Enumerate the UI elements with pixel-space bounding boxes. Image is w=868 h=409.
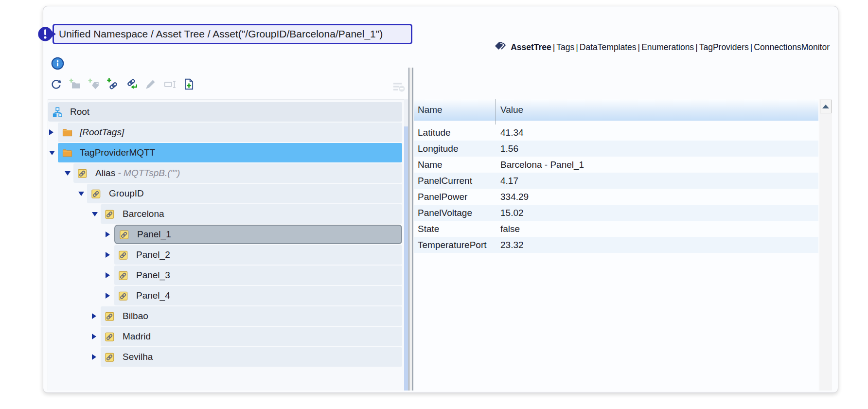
expand-arrow-icon[interactable] bbox=[92, 334, 96, 339]
up-arrow-icon bbox=[822, 105, 829, 108]
new-document-icon bbox=[182, 78, 195, 90]
add-folder-button[interactable] bbox=[68, 77, 82, 91]
column-header-value[interactable]: Value bbox=[496, 105, 523, 115]
tree-node[interactable]: TagProviderMQTT bbox=[58, 143, 402, 162]
tree-node[interactable]: Panel_1 bbox=[114, 225, 402, 244]
insert-link-button[interactable] bbox=[125, 77, 139, 91]
property-name: Name bbox=[414, 160, 496, 170]
asset-tree: Root[RootTags]TagProviderMQTTAlias - MQT… bbox=[48, 99, 404, 391]
table-row-panelpower[interactable]: PanelPower334.29 bbox=[414, 189, 818, 205]
add-tag-button[interactable] bbox=[87, 77, 101, 91]
collapse-arrow-icon[interactable] bbox=[78, 192, 84, 196]
tree-node-label: Bilbao bbox=[123, 311, 148, 321]
add-link-button[interactable] bbox=[106, 77, 120, 91]
tab-connectionsmonitor[interactable]: ConnectionsMonitor bbox=[754, 42, 830, 53]
tree-node[interactable]: Root bbox=[48, 102, 402, 122]
expand-arrow-icon[interactable] bbox=[92, 313, 96, 319]
link-icon bbox=[119, 229, 130, 240]
tree-node[interactable]: Panel_4 bbox=[114, 286, 402, 305]
tree-node-label: Root bbox=[70, 107, 89, 117]
folder-icon bbox=[62, 147, 73, 159]
rename-button[interactable] bbox=[163, 77, 177, 91]
new-document-button[interactable] bbox=[182, 77, 195, 91]
tree-node-label: Sevilha bbox=[123, 352, 153, 362]
tree-node[interactable]: Barcelona bbox=[101, 204, 402, 224]
nav-separator: | bbox=[551, 42, 557, 53]
link-icon bbox=[118, 249, 129, 261]
tree-node[interactable]: Panel_3 bbox=[114, 266, 402, 285]
filter-icon bbox=[391, 79, 406, 94]
tree-node[interactable]: Panel_2 bbox=[114, 245, 402, 265]
link-icon bbox=[118, 270, 129, 281]
expand-arrow-icon[interactable] bbox=[49, 129, 53, 135]
tab-datatemplates[interactable]: DataTemplates bbox=[580, 42, 637, 53]
table-row-name[interactable]: NameBarcelona - Panel_1 bbox=[414, 157, 818, 173]
tab-assettree[interactable]: AssetTree bbox=[511, 42, 551, 53]
table-body: Latitude41.34Longitude1.56NameBarcelona … bbox=[414, 124, 818, 253]
expand-arrow-icon[interactable] bbox=[92, 354, 96, 360]
expand-arrow-icon[interactable] bbox=[106, 252, 110, 258]
tree-row-panel_3: Panel_3 bbox=[48, 266, 404, 285]
tab-enumerations[interactable]: Enumerations bbox=[641, 42, 694, 53]
tree-node[interactable]: Bilbao bbox=[101, 306, 402, 326]
tree-toolbar bbox=[49, 77, 195, 91]
rename-icon bbox=[163, 78, 176, 90]
link-icon bbox=[118, 290, 129, 302]
nav-separator: | bbox=[694, 42, 699, 53]
tree-node[interactable]: [RootTags] bbox=[58, 123, 402, 142]
collapse-arrow-icon[interactable] bbox=[92, 212, 98, 216]
table-row-panelvoltage[interactable]: PanelVoltage15.02 bbox=[414, 205, 818, 221]
info-icon[interactable] bbox=[51, 57, 64, 72]
table-row-latitude[interactable]: Latitude41.34 bbox=[414, 124, 818, 141]
tree-scrollbar[interactable] bbox=[404, 99, 408, 391]
tree-node-label: Panel_4 bbox=[136, 290, 170, 301]
tree-node[interactable]: Madrid bbox=[101, 327, 402, 346]
tree-node[interactable]: Sevilha bbox=[101, 347, 402, 367]
warning-icon bbox=[37, 26, 57, 42]
tree-row-tagprovidermqtt: TagProviderMQTT bbox=[48, 143, 404, 162]
panel-splitter[interactable] bbox=[408, 68, 413, 391]
table-row-temperatureport[interactable]: TemperaturePort23.32 bbox=[414, 237, 818, 253]
scroll-up-button[interactable] bbox=[820, 100, 832, 113]
table-row-panelcurrent[interactable]: PanelCurrent4.17 bbox=[414, 173, 818, 189]
edit-button[interactable] bbox=[144, 77, 158, 91]
breadcrumb-title-box[interactable]: Unified Namespace / Asset Tree / Asset("… bbox=[53, 24, 412, 44]
table-row-state[interactable]: Statefalse bbox=[414, 221, 818, 237]
collapse-arrow-icon[interactable] bbox=[49, 151, 55, 155]
tab-tagproviders[interactable]: TagProviders bbox=[699, 42, 749, 53]
tree-row-groupid: GroupID bbox=[48, 184, 404, 203]
tree-row-barcelona: Barcelona bbox=[48, 204, 404, 224]
property-name: PanelCurrent bbox=[414, 176, 496, 186]
filter-button[interactable] bbox=[391, 79, 406, 94]
column-header-name[interactable]: Name bbox=[414, 105, 496, 115]
tree-row-sevilha: Sevilha bbox=[48, 347, 404, 367]
property-value: 334.29 bbox=[496, 192, 529, 202]
expand-arrow-icon[interactable] bbox=[106, 272, 110, 278]
table-scrollbar[interactable] bbox=[819, 99, 832, 391]
warning-icon bbox=[37, 26, 57, 44]
property-name: PanelVoltage bbox=[414, 208, 496, 218]
folder-icon bbox=[62, 127, 73, 138]
tags-icon bbox=[494, 41, 506, 51]
tree-node[interactable]: GroupID bbox=[87, 184, 402, 203]
tree-scrollbar-thumb[interactable] bbox=[404, 126, 408, 391]
property-name: TemperaturePort bbox=[414, 240, 496, 250]
property-value: 15.02 bbox=[496, 208, 524, 218]
tree-node-label: Barcelona bbox=[123, 209, 164, 219]
table-row-longitude[interactable]: Longitude1.56 bbox=[414, 141, 818, 157]
tab-tags[interactable]: Tags bbox=[556, 42, 574, 53]
expand-arrow-icon[interactable] bbox=[106, 231, 110, 237]
property-value: 4.17 bbox=[496, 176, 518, 186]
collapse-arrow-icon[interactable] bbox=[65, 171, 71, 176]
link-icon bbox=[77, 168, 89, 179]
tree-node-label: Alias bbox=[95, 168, 115, 178]
tree-row-bilbao: Bilbao bbox=[48, 306, 404, 326]
properties-table: Name Value Latitude41.34Longitude1.56Nam… bbox=[414, 99, 818, 391]
tree-node-label: Panel_2 bbox=[136, 249, 170, 260]
tree-node[interactable]: Alias - MQTTspB.("") bbox=[73, 163, 402, 183]
link-icon bbox=[91, 188, 102, 199]
nav-separator: | bbox=[749, 42, 754, 53]
refresh-button[interactable] bbox=[49, 77, 63, 91]
tags-icon bbox=[494, 41, 506, 53]
expand-arrow-icon[interactable] bbox=[106, 293, 110, 299]
